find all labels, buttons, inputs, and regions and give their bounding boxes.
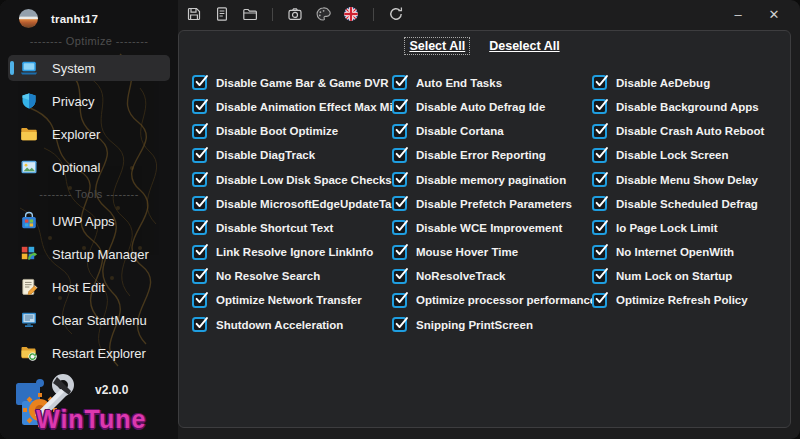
tweak-disable-game-bar-game-dvr[interactable]: Disable Game Bar & Game DVR: [192, 75, 392, 91]
checkbox-checked[interactable]: [392, 99, 407, 114]
tweak-label: No Internet OpenWith: [616, 246, 734, 258]
checkbox-checked[interactable]: [592, 172, 607, 187]
tweak-disable-crash-auto-reboot[interactable]: Disable Crash Auto Reboot: [592, 123, 792, 139]
checkbox-checked[interactable]: [392, 317, 407, 332]
tweak-auto-end-tasks[interactable]: Auto End Tasks: [392, 75, 592, 91]
sidebar-item-explorer[interactable]: Explorer: [8, 121, 170, 147]
checkbox-checked[interactable]: [192, 148, 207, 163]
document-button[interactable]: [213, 5, 231, 23]
checkbox-checked[interactable]: [392, 269, 407, 284]
tweak-disable-aedebug[interactable]: Disable AeDebug: [592, 75, 792, 91]
tweak-num-lock-on-startup[interactable]: Num Lock on Startup: [592, 269, 792, 285]
checkbox-checked[interactable]: [192, 196, 207, 211]
tweak-no-internet-openwith[interactable]: No Internet OpenWith: [592, 244, 792, 260]
tweak-label: No Resolve Search: [216, 270, 320, 282]
sidebar-item-privacy[interactable]: Privacy: [8, 88, 170, 114]
tweak-disable-error-reporting[interactable]: Disable Error Reporting: [392, 148, 592, 164]
sidebar-item-startup-manager[interactable]: Startup Manager: [8, 241, 170, 267]
sidebar-item-restart-explorer[interactable]: Restart Explorer: [8, 340, 170, 366]
user-avatar[interactable]: [19, 9, 38, 28]
checkbox-checked[interactable]: [192, 220, 207, 235]
tweak-noresolvetrack[interactable]: NoResolveTrack: [392, 269, 592, 285]
tweak-disable-animation-effect-max-min[interactable]: Disable Animation Effect Max Min: [192, 99, 392, 115]
checkbox-checked[interactable]: [192, 172, 207, 187]
tweak-shutdown-acceleration[interactable]: Shutdown Acceleration: [192, 317, 392, 333]
tweak-label: Link Resolve Ignore LinkInfo: [216, 246, 373, 258]
checkbox-checked[interactable]: [392, 245, 407, 260]
tweak-disable-auto-defrag-ide[interactable]: Disable Auto Defrag Ide: [392, 99, 592, 115]
palette-button[interactable]: [314, 5, 332, 23]
tweak-optimize-network-transfer[interactable]: Optimize Network Transfer: [192, 293, 392, 309]
tweak-disable-lock-screen[interactable]: Disable Lock Screen: [592, 148, 792, 164]
checkbox-checked[interactable]: [392, 220, 407, 235]
sidebar-item-label: Optional: [52, 160, 100, 175]
checkbox-checked[interactable]: [392, 293, 407, 308]
tweak-optimize-refresh-policy[interactable]: Optimize Refresh Policy: [592, 293, 792, 309]
tweak-disable-menu-show-delay[interactable]: Disable Menu Show Delay: [592, 172, 792, 188]
checkbox-checked[interactable]: [192, 317, 207, 332]
checkbox-checked[interactable]: [192, 269, 207, 284]
tweak-no-resolve-search[interactable]: No Resolve Search: [192, 269, 392, 285]
checkbox-checked[interactable]: [192, 75, 207, 90]
camera-button[interactable]: [286, 5, 304, 23]
tweak-disable-boot-optimize[interactable]: Disable Boot Optimize: [192, 123, 392, 139]
checkbox-checked[interactable]: [592, 220, 607, 235]
tweak-label: Io Page Lock Limit: [616, 222, 718, 234]
tweak-link-resolve-ignore-linkinfo[interactable]: Link Resolve Ignore LinkInfo: [192, 244, 392, 260]
refresh-button[interactable]: [387, 5, 405, 23]
tweak-snipping-printscreen[interactable]: Snipping PrintScreen: [392, 317, 592, 333]
checkbox-checked[interactable]: [592, 196, 607, 211]
sidebar-item-uwp-apps[interactable]: UWP Apps: [8, 208, 170, 234]
uk-flag-button[interactable]: [342, 5, 360, 23]
deselect-all-link[interactable]: Deselect All: [485, 38, 563, 54]
checkbox-checked[interactable]: [592, 148, 607, 163]
sidebar-item-host-edit[interactable]: Host Edit: [8, 274, 170, 300]
checkbox-checked[interactable]: [592, 124, 607, 139]
tweak-disable-low-disk-space-checks[interactable]: Disable Low Disk Space Checks: [192, 172, 392, 188]
tweak-label: Disable memory pagination: [416, 174, 566, 186]
checkbox-checked[interactable]: [392, 124, 407, 139]
tweak-disable-wce-improvement[interactable]: Disable WCE Improvement: [392, 220, 592, 236]
monitor-list-icon: [19, 310, 39, 330]
checkbox-checked[interactable]: [192, 293, 207, 308]
tweak-label: Disable Background Apps: [616, 101, 759, 113]
tweak-label: Disable Game Bar & Game DVR: [216, 77, 389, 89]
toolbar-separator: [272, 8, 273, 21]
sidebar-item-label: Restart Explorer: [52, 346, 146, 361]
checkbox-checked[interactable]: [192, 99, 207, 114]
tweak-disable-scheduled-defrag[interactable]: Disable Scheduled Defrag: [592, 196, 792, 212]
minimize-button[interactable]: –: [724, 2, 752, 26]
checkbox-checked[interactable]: [592, 99, 607, 114]
tweak-disable-prefetch-parameters[interactable]: Disable Prefetch Parameters: [392, 196, 592, 212]
tweak-disable-microsoftedgeupdatetask[interactable]: Disable MicrosoftEdgeUpdateTask: [192, 196, 392, 212]
sidebar-item-label: Explorer: [52, 127, 100, 142]
checkbox-checked[interactable]: [192, 124, 207, 139]
checkbox-checked[interactable]: [192, 245, 207, 260]
checkbox-checked[interactable]: [592, 293, 607, 308]
store-bag-icon: [19, 211, 39, 231]
checkbox-checked[interactable]: [392, 196, 407, 211]
folder-open-button[interactable]: [241, 5, 259, 23]
tweak-label: Disable DiagTrack: [216, 149, 315, 161]
tweak-disable-background-apps[interactable]: Disable Background Apps: [592, 99, 792, 115]
tweak-io-page-lock-limit[interactable]: Io Page Lock Limit: [592, 220, 792, 236]
sidebar-item-system[interactable]: System: [8, 55, 170, 81]
tweak-disable-shortcut-text[interactable]: Disable Shortcut Text: [192, 220, 392, 236]
checkbox-checked[interactable]: [592, 269, 607, 284]
sidebar-item-optional[interactable]: Optional: [8, 154, 170, 180]
checkbox-checked[interactable]: [392, 75, 407, 90]
checkbox-checked[interactable]: [592, 75, 607, 90]
tweak-disable-memory-pagination[interactable]: Disable memory pagination: [392, 172, 592, 188]
sidebar-item-clear-startmenu[interactable]: Clear StartMenu: [8, 307, 170, 333]
tweak-disable-diagtrack[interactable]: Disable DiagTrack: [192, 148, 392, 164]
close-button[interactable]: ✕: [760, 2, 788, 26]
tweak-disable-cortana[interactable]: Disable Cortana: [392, 123, 592, 139]
checkbox-checked[interactable]: [592, 245, 607, 260]
checkbox-checked[interactable]: [392, 172, 407, 187]
tweak-label: NoResolveTrack: [416, 270, 506, 282]
tweak-mouse-hover-time[interactable]: Mouse Hover Time: [392, 244, 592, 260]
tweak-optimize-processor-performance[interactable]: Optimize processor performance: [392, 293, 592, 309]
save-button[interactable]: [185, 5, 203, 23]
select-all-link[interactable]: Select All: [405, 38, 469, 54]
checkbox-checked[interactable]: [392, 148, 407, 163]
